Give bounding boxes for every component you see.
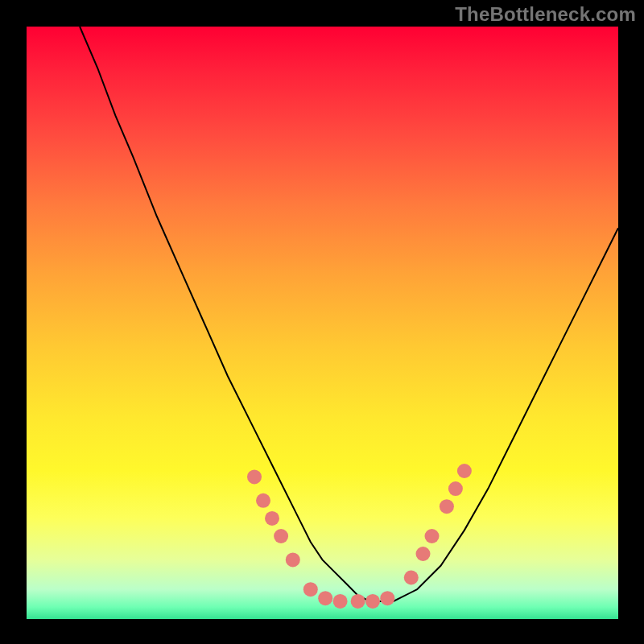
bottleneck-curve [80, 27, 618, 601]
curve-marker [333, 594, 348, 609]
curve-marker [440, 499, 454, 514]
curve-marker [303, 582, 318, 597]
curve-marker [351, 594, 365, 609]
curve-layer [27, 27, 618, 619]
curve-marker [380, 591, 394, 605]
curve-marker [274, 529, 288, 543]
curve-marker [318, 591, 332, 605]
watermark-text: TheBottleneck.com [455, 3, 636, 26]
curve-markers [247, 464, 472, 609]
curve-marker [416, 547, 431, 561]
curve-marker [256, 493, 270, 508]
curve-marker [457, 464, 472, 478]
chart-stage: TheBottleneck.com [0, 0, 644, 644]
curve-marker [247, 469, 262, 484]
plot-area [27, 27, 618, 619]
curve-marker [448, 481, 463, 496]
curve-marker [425, 529, 440, 543]
curve-marker [404, 571, 419, 585]
curve-marker [265, 511, 279, 526]
curve-marker [365, 594, 380, 609]
curve-marker [286, 552, 300, 567]
